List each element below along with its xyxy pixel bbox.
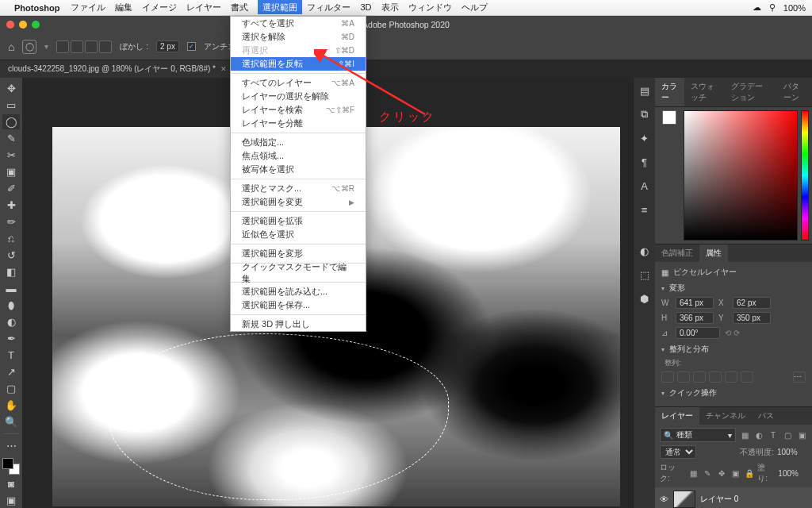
menu-item[interactable]: 色域指定... bbox=[231, 136, 366, 149]
close-tab-icon[interactable]: ✕ bbox=[220, 65, 227, 73]
menu-item[interactable]: クイックマスクモードで編集 bbox=[231, 266, 366, 279]
menu-item[interactable]: 選択範囲を変更▶ bbox=[231, 195, 366, 209]
panel-tab[interactable]: カラー bbox=[655, 78, 684, 106]
blur-tool[interactable]: ⬮ bbox=[2, 298, 20, 313]
menubar-item[interactable]: 3D bbox=[360, 2, 371, 12]
blend-mode-select[interactable]: 通常 bbox=[660, 445, 696, 459]
dock-icon[interactable]: ¶ bbox=[637, 154, 653, 170]
align-buttons[interactable]: ⋯ bbox=[661, 371, 806, 383]
visibility-icon[interactable]: 👁 bbox=[660, 495, 668, 504]
filter-adjust-icon[interactable]: ◐ bbox=[753, 429, 764, 441]
pen-tool[interactable]: ✒ bbox=[2, 331, 20, 346]
menu-item[interactable]: 近似色を選択 bbox=[231, 228, 366, 241]
menu-item[interactable]: 選択範囲を変形 bbox=[231, 247, 366, 260]
menubar-item[interactable]: ウィンドウ bbox=[408, 2, 452, 12]
move-tool[interactable]: ✥ bbox=[2, 81, 20, 96]
menu-item[interactable]: 選択とマスク...⌥⌘R bbox=[231, 182, 366, 195]
menubar-item[interactable]: 書式 bbox=[231, 2, 248, 12]
panel-tab[interactable]: レイヤー bbox=[655, 407, 699, 425]
lock-all-icon[interactable]: 🔒 bbox=[744, 468, 755, 479]
dock-icon[interactable]: ⧉ bbox=[637, 106, 653, 122]
quick-accordion[interactable]: クイック操作 bbox=[661, 387, 806, 398]
eyedropper-tool[interactable]: ✐ bbox=[2, 181, 20, 196]
align-accordion[interactable]: 整列と分布 bbox=[661, 344, 806, 355]
menu-item[interactable]: 選択を解除⌘D bbox=[231, 30, 366, 44]
gradient-tool[interactable]: ▬ bbox=[2, 281, 20, 296]
filter-type-icon[interactable]: T bbox=[768, 429, 779, 441]
path-tool[interactable]: ↗ bbox=[2, 364, 20, 379]
panel-tab[interactable]: パターン bbox=[777, 78, 812, 106]
marquee-tool[interactable]: ▭ bbox=[2, 98, 20, 113]
color-panel[interactable] bbox=[655, 107, 812, 244]
lock-paint-icon[interactable]: ✎ bbox=[702, 468, 713, 479]
layer-name[interactable]: レイヤー 0 bbox=[700, 494, 738, 505]
edit-toolbar[interactable]: ⋯ bbox=[2, 438, 20, 453]
panel-tab[interactable]: チャンネル bbox=[699, 407, 752, 425]
menubar-item[interactable]: イメージ bbox=[142, 2, 177, 12]
panel-tab[interactable]: グラデーション bbox=[725, 78, 776, 106]
menu-item[interactable]: 選択範囲を読み込む... bbox=[231, 285, 366, 298]
menu-item[interactable]: レイヤーを検索⌥⇧⌘F bbox=[231, 103, 366, 117]
minimize-icon[interactable] bbox=[19, 21, 27, 29]
dock-icon[interactable]: A bbox=[637, 178, 653, 194]
transform-accordion[interactable]: 変形 bbox=[661, 283, 806, 294]
dodge-tool[interactable]: ◐ bbox=[2, 314, 20, 329]
menu-item[interactable]: 新規 3D 押し出し bbox=[231, 318, 366, 331]
active-tool-icon[interactable]: ◯ bbox=[22, 40, 36, 54]
document-tab[interactable]: clouds-3422258_1920.jpg @ 180% (レイヤー 0, … bbox=[0, 60, 236, 78]
lock-pos-icon[interactable]: ✥ bbox=[716, 468, 727, 479]
menu-item[interactable]: 選択範囲を拡張 bbox=[231, 214, 366, 228]
lasso-tool[interactable]: ◯ bbox=[2, 114, 20, 129]
filter-smart-icon[interactable]: ▣ bbox=[796, 429, 807, 441]
fg-swatch[interactable] bbox=[662, 110, 676, 125]
menu-item[interactable]: レイヤーを分離 bbox=[231, 117, 366, 130]
dock-icon[interactable]: ✦ bbox=[637, 130, 653, 146]
app-name[interactable]: Photoshop bbox=[14, 3, 59, 13]
dock-icon[interactable]: ▤ bbox=[637, 83, 653, 98]
close-icon[interactable] bbox=[6, 21, 14, 29]
layer-row[interactable]: 👁 レイヤー 0 bbox=[655, 487, 812, 508]
menubar-item[interactable]: ヘルプ bbox=[462, 2, 488, 12]
menubar-item[interactable]: レイヤー bbox=[186, 2, 221, 12]
selection-mode-buttons[interactable] bbox=[56, 40, 112, 53]
quick-select-tool[interactable]: ✎ bbox=[2, 131, 20, 146]
quick-mask-icon[interactable]: ◙ bbox=[2, 476, 20, 491]
x-input[interactable]: 62 px bbox=[733, 297, 771, 309]
menu-item[interactable]: 焦点領域... bbox=[231, 149, 366, 163]
height-input[interactable]: 366 px bbox=[676, 312, 714, 324]
feather-input[interactable]: 2 px bbox=[156, 40, 179, 52]
lock-art-icon[interactable]: ▣ bbox=[730, 468, 741, 479]
menu-item[interactable]: 選択範囲を反転⇧⌘I bbox=[231, 57, 366, 71]
lock-trans-icon[interactable]: ▦ bbox=[688, 468, 699, 479]
filter-image-icon[interactable]: ▦ bbox=[739, 429, 750, 441]
width-input[interactable]: 641 px bbox=[676, 297, 714, 309]
dock-icon[interactable]: ◐ bbox=[637, 243, 653, 259]
menubar-item[interactable]: 編集 bbox=[115, 2, 132, 12]
menu-item[interactable]: 被写体を選択 bbox=[231, 163, 366, 176]
brush-tool[interactable]: ✏ bbox=[2, 214, 20, 229]
menubar-item[interactable]: フィルター bbox=[307, 2, 350, 12]
panel-tab[interactable]: 属性 bbox=[699, 244, 728, 262]
crop-tool[interactable]: ✂ bbox=[2, 148, 20, 163]
type-tool[interactable]: T bbox=[2, 348, 20, 363]
y-input[interactable]: 350 px bbox=[733, 312, 771, 324]
menubar-item[interactable]: ファイル bbox=[71, 2, 105, 12]
heal-tool[interactable]: ✚ bbox=[2, 198, 20, 213]
color-field[interactable] bbox=[684, 110, 798, 241]
panel-tab[interactable]: パス bbox=[752, 407, 780, 425]
dock-icon[interactable]: ⬚ bbox=[637, 267, 653, 283]
frame-tool[interactable]: ▣ bbox=[2, 164, 20, 179]
fgbg-swatch[interactable] bbox=[2, 458, 20, 475]
stamp-tool[interactable]: ⎌ bbox=[2, 231, 20, 246]
shape-tool[interactable]: ▢ bbox=[2, 381, 20, 396]
layer-thumbnail[interactable] bbox=[673, 491, 695, 508]
opacity-input[interactable]: 100% bbox=[777, 448, 807, 456]
panel-tab[interactable]: 色調補正 bbox=[655, 244, 699, 262]
panel-tab[interactable]: スウォッチ bbox=[684, 78, 725, 106]
menu-item[interactable]: レイヤーの選択を解除 bbox=[231, 90, 366, 103]
hue-slider[interactable] bbox=[801, 110, 809, 241]
menu-item[interactable]: すべてのレイヤー⌥⌘A bbox=[231, 76, 366, 90]
dock-icon[interactable]: ≡ bbox=[637, 202, 653, 217]
history-brush-tool[interactable]: ↺ bbox=[2, 248, 20, 263]
menu-item[interactable]: すべてを選択⌘A bbox=[231, 17, 366, 30]
